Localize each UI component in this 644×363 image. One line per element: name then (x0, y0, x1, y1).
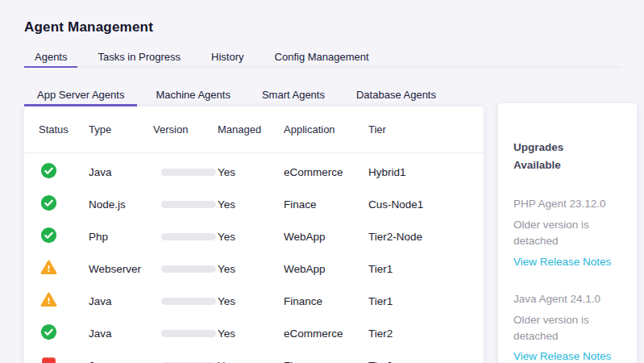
page-title: Agent Management (24, 19, 153, 35)
tab-agents[interactable]: Agents (24, 46, 77, 68)
main-tabs: AgentsTasks in ProgressHistoryConfig Man… (24, 46, 621, 68)
table-body: Java Yes eCommerce Hybrid1 Node.js Yes F… (24, 153, 484, 363)
cell-version (153, 231, 218, 243)
tab-history[interactable]: History (201, 46, 254, 68)
upgrades-panel: Upgrades Available PHP Agent 23.12.0 Old… (498, 103, 637, 363)
cell-tier: Hybrid1 (368, 166, 484, 178)
cell-tier: Cus-Node1 (368, 198, 484, 211)
upgrades-panel-title: Upgrades Available (513, 139, 580, 173)
status-cell (39, 194, 89, 214)
cell-type: Java (89, 360, 153, 363)
error-square-icon (40, 356, 57, 363)
version-skeleton-placeholder (161, 169, 216, 176)
check-circle-icon (40, 323, 57, 340)
column-header-managed: Managed (218, 123, 284, 136)
upgrade-note: Older version is detached (513, 217, 612, 250)
column-header-tier: Tier (368, 123, 484, 136)
subtab-machine-agents[interactable]: Machine Agents (143, 81, 243, 106)
cell-application: eCommerce (284, 328, 368, 340)
cell-tier: Tier2 (368, 328, 484, 340)
warning-triangle-icon (40, 291, 57, 308)
tab-config-management[interactable]: Config Management (264, 46, 380, 68)
cell-application: Finace (284, 198, 368, 211)
view-release-notes-link[interactable]: View Release Notes (513, 256, 611, 268)
upgrade-note: Older version is detached (513, 312, 612, 345)
column-header-version: Version (153, 123, 218, 136)
cell-type: Node.js (89, 198, 153, 211)
cell-version (153, 166, 218, 178)
cell-version (153, 328, 218, 340)
cell-managed: Yes (218, 231, 284, 243)
agent-management-page: Agent Management AgentsTasks in Progress… (0, 0, 644, 363)
upgrades-list: PHP Agent 23.12.0 Older version is detac… (513, 198, 621, 363)
version-skeleton-placeholder (161, 265, 216, 273)
cell-version (153, 295, 218, 307)
status-cell (39, 323, 89, 343)
status-cell (39, 291, 89, 311)
upgrade-item: Java Agent 24.1.0 Older version is detac… (513, 293, 621, 363)
cell-application: WebApp (284, 231, 368, 243)
cell-tier: Tier1 (368, 295, 484, 307)
version-skeleton-placeholder (161, 298, 216, 305)
status-cell (39, 259, 89, 278)
cell-managed: Yes (218, 263, 284, 275)
check-circle-icon (40, 194, 57, 211)
cell-type: Php (89, 231, 153, 243)
cell-type: Java (89, 328, 153, 340)
cell-version (153, 263, 218, 275)
subtab-app-server-agents[interactable]: App Server Agents (24, 81, 137, 106)
cell-version (153, 360, 218, 363)
table-row: Java Yes eCommerce Tier2 (24, 317, 484, 349)
cell-type: Webserver (89, 263, 153, 275)
status-cell (39, 162, 89, 182)
cell-application: WebApp (284, 263, 368, 275)
cell-version (153, 198, 218, 211)
cell-application: eCommerce (284, 166, 368, 178)
column-header-status: Status (39, 123, 89, 136)
table-row: Webserver Yes WebApp Tier1 (24, 252, 484, 285)
subtab-smart-agents[interactable]: Smart Agents (249, 81, 338, 106)
tab-tasks-in-progress[interactable]: Tasks in Progress (87, 46, 191, 68)
table-row: Java Yes eCommerce Hybrid1 (24, 156, 484, 188)
table-row: Node.js Yes Finace Cus-Node1 (24, 188, 484, 220)
cell-managed: Yes (218, 328, 284, 340)
cell-tier: Tier2-Node (368, 231, 484, 243)
cell-tier: Tier3 (368, 360, 484, 363)
cell-type: Java (89, 295, 153, 307)
upgrade-agent-name: PHP Agent 23.12.0 (513, 198, 621, 210)
table-row: Php Yes WebApp Tier2-Node (24, 220, 484, 252)
cell-type: Java (89, 166, 153, 178)
status-cell (39, 356, 89, 363)
status-cell (39, 227, 89, 246)
version-skeleton-placeholder (161, 233, 216, 240)
cell-application: Finance (284, 360, 368, 363)
column-header-type: Type (89, 123, 153, 136)
warning-triangle-icon (40, 259, 57, 276)
table-row: Java Yes Finance Tier1 (24, 285, 484, 317)
subtab-database-agents[interactable]: Database Agents (343, 81, 449, 106)
table-row: Java Yes Finance Tier3 (24, 349, 484, 363)
upgrade-item: PHP Agent 23.12.0 Older version is detac… (513, 198, 621, 269)
upgrade-agent-name: Java Agent 24.1.0 (513, 293, 621, 305)
cell-managed: Yes (218, 295, 284, 307)
agents-table-card: StatusTypeVersionManagedApplicationTier … (24, 106, 484, 363)
version-skeleton-placeholder (161, 201, 216, 208)
version-skeleton-placeholder (161, 330, 216, 337)
sub-tabs: App Server AgentsMachine AgentsSmart Age… (24, 81, 455, 106)
check-circle-icon (40, 227, 57, 244)
cell-managed: Yes (218, 166, 284, 178)
cell-application: Finance (284, 295, 368, 307)
check-circle-icon (40, 162, 57, 179)
cell-tier: Tier1 (368, 263, 484, 275)
cell-managed: Yes (218, 360, 284, 363)
cell-managed: Yes (218, 198, 284, 211)
table-header-row: StatusTypeVersionManagedApplicationTier (24, 106, 484, 153)
view-release-notes-link[interactable]: View Release Notes (513, 350, 611, 362)
column-header-application: Application (284, 123, 368, 136)
